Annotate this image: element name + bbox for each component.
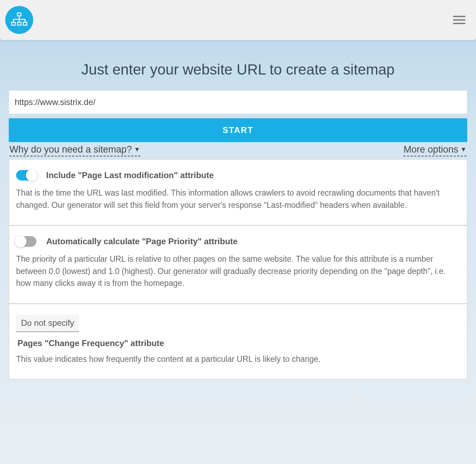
caret-down-icon: ▼	[134, 146, 140, 153]
main-content: Just enter your website URL to create a …	[0, 61, 476, 379]
changefreq-desc: This value indicates how frequently the …	[16, 353, 460, 365]
page-title: Just enter your website URL to create a …	[9, 61, 467, 78]
more-options-label: More options	[404, 144, 458, 155]
lastmod-desc: That is the time the URL was last modifi…	[16, 187, 460, 211]
lastmod-title: Include "Page Last modification" attribu…	[46, 170, 214, 180]
url-input[interactable]	[9, 90, 467, 114]
priority-desc: The priority of a particular URL is rela…	[16, 253, 460, 289]
svg-rect-7	[18, 22, 21, 25]
header-bar	[0, 0, 476, 40]
why-sitemap-label: Why do you need a sitemap?	[9, 144, 132, 155]
option-changefreq: Do not specify Pages "Change Frequency" …	[9, 304, 467, 380]
menu-icon[interactable]	[453, 16, 465, 24]
changefreq-title: Pages "Change Frequency" attribute	[18, 338, 460, 348]
more-options-link[interactable]: More options ▼	[404, 144, 467, 156]
option-priority: Automatically calculate "Page Priority" …	[9, 225, 467, 304]
priority-toggle[interactable]	[16, 236, 36, 247]
option-lastmod: Include "Page Last modification" attribu…	[9, 159, 467, 225]
svg-rect-6	[12, 22, 15, 25]
changefreq-select[interactable]: Do not specify	[16, 315, 79, 332]
links-row: Why do you need a sitemap? ▼ More option…	[9, 144, 467, 156]
svg-rect-8	[23, 22, 27, 25]
start-button[interactable]: START	[9, 118, 467, 142]
toggle-knob	[15, 235, 27, 247]
why-sitemap-link[interactable]: Why do you need a sitemap? ▼	[9, 144, 140, 156]
options-panel: Include "Page Last modification" attribu…	[9, 159, 467, 379]
priority-title: Automatically calculate "Page Priority" …	[46, 237, 238, 246]
toggle-knob	[26, 169, 38, 181]
lastmod-toggle[interactable]	[16, 170, 36, 181]
caret-down-icon: ▼	[460, 146, 467, 153]
sitemap-logo-icon[interactable]	[5, 6, 33, 34]
svg-rect-0	[18, 13, 21, 16]
